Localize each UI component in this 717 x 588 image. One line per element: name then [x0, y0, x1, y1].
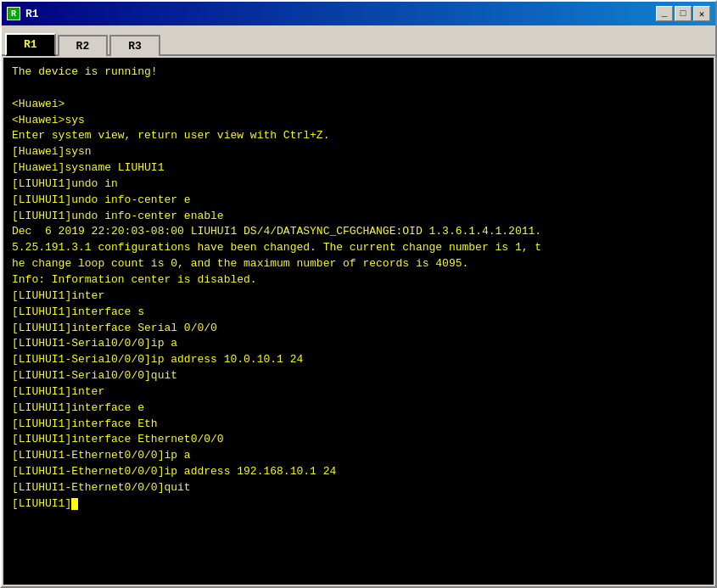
- tab-r3[interactable]: R3: [109, 35, 160, 56]
- minimize-button[interactable]: _: [656, 6, 673, 21]
- maximize-button[interactable]: □: [675, 6, 692, 21]
- window-title: R1: [25, 8, 39, 20]
- close-button[interactable]: ✕: [693, 6, 710, 21]
- tab-r1[interactable]: R1: [5, 33, 56, 56]
- title-controls: _ □ ✕: [656, 6, 710, 21]
- tabs-bar: R1 R2 R3: [2, 25, 715, 54]
- tab-r2[interactable]: R2: [58, 35, 109, 56]
- terminal-output[interactable]: The device is running! <Huawei> <Huawei>…: [3, 58, 714, 585]
- title-bar: R R1 _ □ ✕: [2, 2, 715, 25]
- main-window: R R1 _ □ ✕ R1 R2 R3 The device is runnin…: [0, 0, 717, 588]
- app-icon: R: [7, 7, 20, 20]
- terminal-cursor: [71, 498, 78, 510]
- terminal-wrapper: The device is running! <Huawei> <Huawei>…: [2, 54, 715, 586]
- title-bar-left: R R1: [7, 7, 39, 20]
